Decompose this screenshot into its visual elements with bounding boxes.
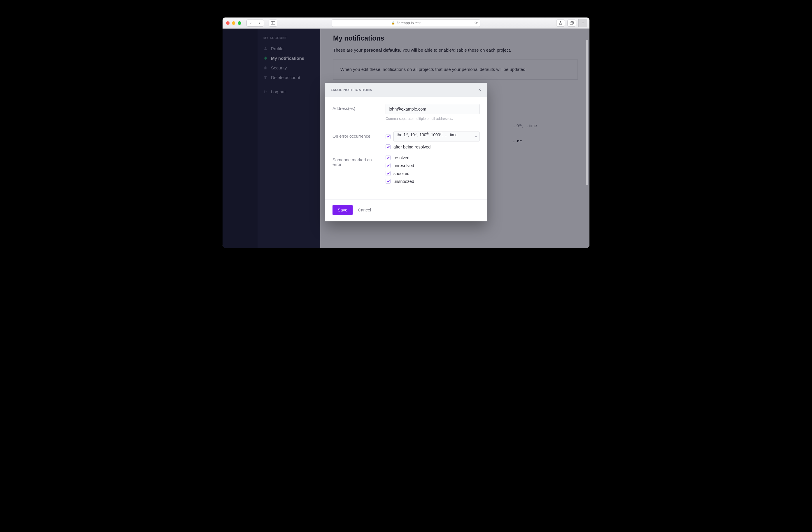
url-bar[interactable]: 🔒 flareapp.io.test ⟳	[332, 19, 480, 27]
forward-button[interactable]: ›	[255, 19, 264, 27]
modal-title: EMAIL NOTIFICATIONS	[331, 88, 373, 91]
modal-footer: Save Cancel	[325, 200, 487, 221]
modal-body: Address(es) Comma-separate multiple emai…	[325, 97, 487, 200]
save-button[interactable]: Save	[333, 205, 353, 215]
after-resolved-checkbox[interactable]	[386, 144, 391, 149]
error-frequency-checkbox[interactable]	[386, 134, 391, 139]
field-label: Someone marked an error	[333, 155, 379, 167]
field-label: On error occurrence	[333, 131, 379, 139]
checkbox-label: unsnoozed	[393, 179, 414, 184]
form-row-addresses: Address(es) Comma-separate multiple emai…	[333, 104, 479, 121]
close-icon[interactable]: ×	[478, 87, 481, 93]
form-row-someone-marked: Someone marked an error resolved unresol…	[333, 155, 479, 187]
window-zoom-button[interactable]	[238, 21, 241, 25]
browser-window: ‹ › 🔒 flareapp.io.test ⟳	[222, 17, 590, 248]
field-helper: Comma-separate multiple email addresses.	[386, 117, 479, 121]
checkbox-label: resolved	[393, 156, 409, 160]
svg-rect-3	[570, 22, 573, 25]
divider	[325, 126, 487, 126]
tabs-button[interactable]	[567, 19, 576, 27]
share-icon	[559, 21, 562, 25]
tabs-icon	[570, 21, 574, 25]
url-host: flareapp.io.test	[397, 21, 421, 25]
status-resolved-checkbox[interactable]	[386, 155, 391, 160]
lock-icon: 🔒	[391, 21, 395, 25]
sidebar-icon	[271, 21, 275, 25]
nav-buttons: ‹ ›	[246, 19, 264, 27]
status-snoozed-checkbox[interactable]	[386, 171, 391, 176]
checkbox-label: after being resolved	[393, 145, 431, 149]
status-unresolved-checkbox[interactable]	[386, 163, 391, 168]
chevron-down-icon: ▾	[475, 134, 477, 139]
select-value: the 1st, 10th, 100th, 1000th, … time	[397, 132, 458, 137]
back-button[interactable]: ‹	[246, 19, 255, 27]
toolbar-right: ＋	[556, 19, 587, 27]
traffic-lights	[226, 21, 241, 25]
field-label: Address(es)	[333, 104, 379, 111]
sidebar-toggle-button[interactable]	[269, 19, 277, 27]
new-tab-button[interactable]: ＋	[578, 19, 587, 27]
viewport: MY ACCOUNT Profile My notifications	[222, 29, 590, 248]
error-frequency-select[interactable]: the 1st, 10th, 100th, 1000th, … time ▾	[393, 131, 479, 142]
svg-rect-0	[271, 21, 275, 25]
window-minimize-button[interactable]	[232, 21, 235, 25]
status-unsnoozed-checkbox[interactable]	[386, 179, 391, 184]
checkbox-label: unresolved	[393, 163, 414, 168]
reload-button[interactable]: ⟳	[475, 21, 478, 25]
vertical-scrollbar[interactable]	[585, 40, 589, 247]
addresses-input[interactable]	[386, 104, 479, 114]
form-row-on-error: On error occurrence the 1st, 10th, 100th…	[333, 131, 479, 152]
modal-header: EMAIL NOTIFICATIONS ×	[325, 83, 487, 97]
cancel-button[interactable]: Cancel	[358, 208, 371, 212]
window-close-button[interactable]	[226, 21, 230, 25]
checkbox-label: snoozed	[393, 171, 409, 176]
titlebar: ‹ › 🔒 flareapp.io.test ⟳	[222, 17, 590, 29]
share-button[interactable]	[556, 19, 565, 27]
email-notifications-modal: EMAIL NOTIFICATIONS × Address(es) Comma-…	[325, 83, 487, 221]
